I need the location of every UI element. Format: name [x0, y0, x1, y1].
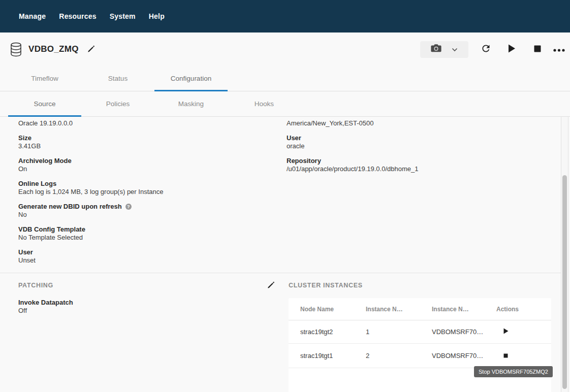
app-root: Manage Resources System Help VDBO_ZMQ [0, 0, 570, 117]
source-left-column: Oracle 19.19.0.0.0 Size 3.41GB Archivelo… [18, 119, 267, 271]
field-label: Archivelog Mode [18, 157, 267, 165]
database-icon [10, 42, 22, 57]
table-row: strac19tgt1 2 VDBOMSRF70… [289, 344, 551, 368]
field-vdb-config-template: VDB Config Template No Template Selected [18, 225, 267, 242]
field-archivelog-mode: Archivelog Mode On [18, 157, 267, 173]
column-header-instance-number: Instance N… [366, 306, 432, 313]
nav-item-system[interactable]: System [110, 12, 136, 20]
vertical-scrollbar-thumb[interactable] [562, 175, 567, 389]
field-value: America/New_York,EST-0500 [287, 119, 546, 127]
stop-icon [534, 45, 541, 54]
source-panel: Oracle 19.19.0.0.0 Size 3.41GB Archivelo… [0, 117, 570, 392]
subtab-source[interactable]: Source [8, 91, 81, 116]
nav-item-manage[interactable]: Manage [19, 12, 46, 20]
stop-instance-tooltip: Stop VDBOMSRF705ZMQ2 [474, 366, 553, 377]
cell-node-name: strac19tgt1 [300, 352, 366, 360]
page-title: VDBO_ZMQ [28, 44, 79, 54]
field-user-left: User Unset [18, 248, 267, 265]
field-label: Repository [287, 157, 546, 165]
cell-instance-name: VDBOMSRF70… [432, 328, 496, 336]
page-header: VDBO_ZMQ [0, 32, 570, 66]
vertical-scrollbar-track[interactable] [561, 117, 568, 392]
field-online-logs: Online Logs Each log is 1,024 MB, 3 log … [18, 180, 267, 196]
field-invoke-datapatch: Invoke Datapatch Off [18, 299, 275, 315]
table-header-row: Node Name Instance N… Instance N… Action… [289, 298, 551, 320]
nav-item-resources[interactable]: Resources [59, 12, 96, 20]
field-label-text: Generate new DBID upon refresh [18, 203, 122, 211]
pencil-icon [266, 280, 275, 290]
field-generate-dbid: Generate new DBID upon refresh No [18, 203, 267, 219]
field-value: Each log is 1,024 MB, 3 log group(s) per… [18, 188, 267, 196]
field-label: Generate new DBID upon refresh [18, 203, 267, 211]
edit-patching-button[interactable] [266, 280, 275, 290]
play-icon [503, 328, 509, 336]
section-divider [0, 273, 561, 273]
cell-actions [496, 328, 551, 336]
camera-icon[interactable] [431, 44, 441, 55]
field-label: User [18, 248, 267, 256]
header-actions [420, 32, 565, 66]
pencil-icon [86, 44, 95, 54]
field-label: Invoke Datapatch [18, 299, 275, 307]
patching-section: PATCHING Invoke Datapatch Off [18, 280, 275, 321]
field-timezone: America/New_York,EST-0500 [287, 119, 546, 127]
snapshot-split-button[interactable] [420, 41, 468, 58]
tab-status[interactable]: Status [81, 66, 154, 91]
field-label: VDB Config Template [18, 225, 267, 234]
column-header-instance-name: Instance N… [432, 306, 496, 313]
stop-vdb-button[interactable] [534, 45, 541, 54]
cell-instance-number: 1 [366, 328, 432, 336]
field-value: No [18, 211, 267, 219]
cell-instance-number: 2 [366, 352, 432, 360]
field-user-right: User oracle [287, 134, 546, 150]
source-right-column: America/New_York,EST-0500 User oracle Re… [287, 119, 546, 180]
field-value: Unset [18, 256, 267, 265]
column-header-node-name: Node Name [300, 306, 366, 313]
start-instance-button[interactable] [503, 328, 509, 336]
table-row: strac19tgt2 1 VDBOMSRF70… [289, 320, 551, 344]
ellipsis-icon [553, 46, 565, 53]
top-navbar: Manage Resources System Help [0, 0, 570, 32]
subtab-masking[interactable]: Masking [154, 91, 228, 116]
cell-node-name: strac19tgt2 [300, 328, 366, 336]
cluster-instances-title: CLUSTER INSTANCES [289, 282, 363, 289]
field-value: On [18, 165, 267, 173]
cell-instance-name: VDBOMSRF70… [432, 352, 496, 360]
cell-actions [496, 352, 551, 360]
field-label: User [287, 134, 546, 142]
nav-item-help[interactable]: Help [149, 12, 165, 20]
field-size: Size 3.41GB [18, 134, 267, 150]
field-repository: Repository /u01/app/oracle/product/19.19… [287, 157, 546, 173]
field-value: oracle [287, 142, 546, 150]
field-value: Oracle 19.19.0.0.0 [18, 119, 267, 127]
refresh-vdb-button[interactable] [481, 43, 491, 55]
tab-timeflow[interactable]: Timeflow [8, 66, 81, 91]
cluster-instances-table: Node Name Instance N… Instance N… Action… [289, 298, 551, 392]
column-header-actions: Actions [496, 306, 551, 313]
stop-instance-button[interactable] [503, 352, 508, 360]
field-label: Size [18, 134, 267, 142]
field-value: No Template Selected [18, 234, 267, 242]
rename-vdb-button[interactable] [86, 44, 95, 54]
play-icon [508, 44, 516, 54]
field-value: /u01/app/oracle/product/19.19.0.0/dbhome… [287, 165, 546, 173]
more-actions-button[interactable] [553, 46, 565, 53]
tab-configuration[interactable]: Configuration [154, 66, 228, 91]
help-icon[interactable] [125, 204, 132, 210]
field-database-version: Oracle 19.19.0.0.0 [18, 119, 267, 127]
subtab-policies[interactable]: Policies [81, 91, 154, 116]
refresh-icon [481, 43, 491, 55]
patching-title: PATCHING [18, 282, 53, 289]
subtab-hooks[interactable]: Hooks [228, 91, 301, 116]
patching-header: PATCHING [18, 280, 275, 290]
primary-tabs: Timeflow Status Configuration [0, 66, 570, 91]
field-label: Online Logs [18, 180, 267, 188]
chevron-down-icon[interactable] [452, 45, 458, 54]
field-value: 3.41GB [18, 142, 267, 150]
configuration-subtabs: Source Policies Masking Hooks [0, 91, 570, 117]
stop-icon [503, 352, 508, 360]
field-value: Off [18, 307, 275, 315]
start-vdb-button[interactable] [508, 44, 516, 54]
